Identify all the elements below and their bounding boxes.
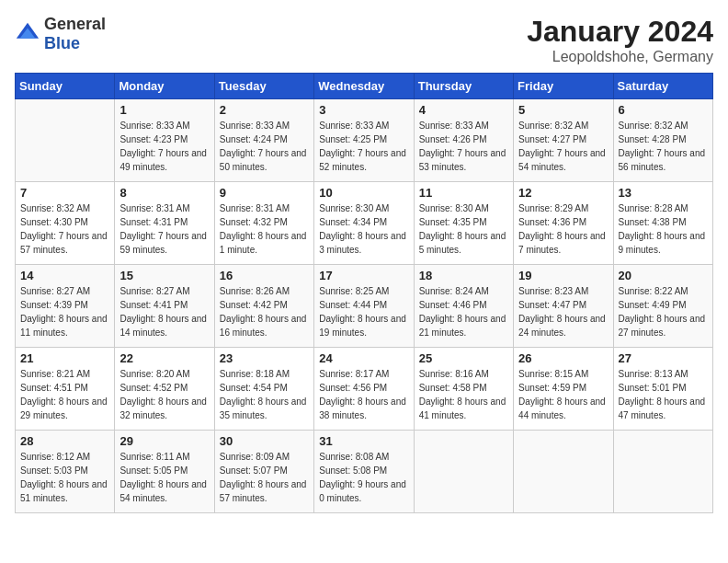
calendar-cell: 1Sunrise: 8:33 AMSunset: 4:23 PMDaylight… [115,99,214,182]
logo-general: General [44,15,106,33]
weekday-header-tuesday: Tuesday [214,74,313,99]
day-info: Sunrise: 8:17 AMSunset: 4:56 PMDaylight:… [319,367,408,422]
calendar-header: SundayMondayTuesdayWednesdayThursdayFrid… [16,74,713,99]
week-row-5: 28Sunrise: 8:12 AMSunset: 5:03 PMDayligh… [16,431,713,513]
logo-blue: Blue [44,34,80,52]
day-info: Sunrise: 8:31 AMSunset: 4:32 PMDaylight:… [220,201,309,257]
calendar-table: SundayMondayTuesdayWednesdayThursdayFrid… [15,73,713,513]
calendar-cell: 28Sunrise: 8:12 AMSunset: 5:03 PMDayligh… [16,431,115,513]
day-number: 14 [20,269,109,282]
day-info: Sunrise: 8:28 AMSunset: 4:38 PMDaylight:… [619,201,708,257]
day-info: Sunrise: 8:32 AMSunset: 4:27 PMDaylight:… [518,119,608,174]
calendar-cell: 21Sunrise: 8:21 AMSunset: 4:51 PMDayligh… [16,348,115,431]
day-number: 18 [419,269,508,282]
weekday-header-thursday: Thursday [414,74,513,99]
weekday-header-monday: Monday [115,74,214,99]
title-block: January 2024 Leopoldshohe, Germany [527,15,713,65]
weekday-header-saturday: Saturday [613,74,712,99]
calendar-cell: 19Sunrise: 8:23 AMSunset: 4:47 PMDayligh… [514,265,613,348]
month-title: January 2024 [527,15,713,49]
day-info: Sunrise: 8:30 AMSunset: 4:35 PMDaylight:… [419,201,508,257]
logo-text: General Blue [44,15,106,53]
day-number: 28 [20,434,109,448]
day-number: 21 [20,351,109,365]
day-number: 29 [119,434,209,448]
calendar-cell: 9Sunrise: 8:31 AMSunset: 4:32 PMDaylight… [214,182,313,265]
calendar-cell [16,99,115,182]
day-info: Sunrise: 8:32 AMSunset: 4:28 PMDaylight:… [619,119,708,174]
day-number: 30 [220,434,309,448]
calendar-cell: 3Sunrise: 8:33 AMSunset: 4:25 PMDaylight… [314,99,414,182]
calendar-cell [613,431,712,513]
day-number: 8 [119,186,209,200]
day-info: Sunrise: 8:18 AMSunset: 4:54 PMDaylight:… [220,367,309,422]
day-info: Sunrise: 8:27 AMSunset: 4:41 PMDaylight:… [119,284,209,339]
day-number: 2 [220,103,309,117]
day-number: 25 [419,351,508,365]
calendar-cell: 10Sunrise: 8:30 AMSunset: 4:34 PMDayligh… [314,182,414,265]
calendar-cell: 14Sunrise: 8:27 AMSunset: 4:39 PMDayligh… [16,265,115,348]
calendar-cell: 4Sunrise: 8:33 AMSunset: 4:26 PMDaylight… [414,99,513,182]
calendar-cell: 16Sunrise: 8:26 AMSunset: 4:42 PMDayligh… [214,265,313,348]
day-number: 10 [319,186,408,200]
weekday-header-friday: Friday [514,74,613,99]
calendar-cell: 24Sunrise: 8:17 AMSunset: 4:56 PMDayligh… [314,348,414,431]
day-number: 1 [119,103,209,117]
calendar-cell [514,431,613,513]
day-number: 24 [319,351,408,365]
day-info: Sunrise: 8:27 AMSunset: 4:39 PMDaylight:… [20,284,109,339]
day-number: 13 [619,186,708,200]
day-info: Sunrise: 8:24 AMSunset: 4:46 PMDaylight:… [419,284,508,339]
day-number: 4 [419,103,508,117]
calendar-cell: 13Sunrise: 8:28 AMSunset: 4:38 PMDayligh… [613,182,712,265]
calendar-cell: 6Sunrise: 8:32 AMSunset: 4:28 PMDaylight… [613,99,712,182]
page-header: General Blue January 2024 Leopoldshohe, … [15,15,713,65]
day-number: 20 [619,269,708,282]
weekday-header-wednesday: Wednesday [314,74,414,99]
day-number: 7 [20,186,109,200]
day-info: Sunrise: 8:33 AMSunset: 4:26 PMDaylight:… [419,119,508,174]
location-title: Leopoldshohe, Germany [527,49,713,65]
day-info: Sunrise: 8:25 AMSunset: 4:44 PMDaylight:… [319,284,408,339]
calendar-cell: 5Sunrise: 8:32 AMSunset: 4:27 PMDaylight… [514,99,613,182]
day-info: Sunrise: 8:20 AMSunset: 4:52 PMDaylight:… [119,367,209,422]
day-number: 3 [319,103,408,117]
weekday-header-row: SundayMondayTuesdayWednesdayThursdayFrid… [16,74,713,99]
calendar-cell: 17Sunrise: 8:25 AMSunset: 4:44 PMDayligh… [314,265,414,348]
calendar-cell: 12Sunrise: 8:29 AMSunset: 4:36 PMDayligh… [514,182,613,265]
day-info: Sunrise: 8:12 AMSunset: 5:03 PMDaylight:… [20,450,109,505]
day-info: Sunrise: 8:31 AMSunset: 4:31 PMDaylight:… [119,201,209,257]
calendar-cell: 11Sunrise: 8:30 AMSunset: 4:35 PMDayligh… [414,182,513,265]
calendar-cell: 31Sunrise: 8:08 AMSunset: 5:08 PMDayligh… [314,431,414,513]
day-info: Sunrise: 8:16 AMSunset: 4:58 PMDaylight:… [419,367,508,422]
logo: General Blue [15,15,106,53]
day-number: 17 [319,269,408,282]
calendar-cell: 15Sunrise: 8:27 AMSunset: 4:41 PMDayligh… [115,265,214,348]
calendar-cell: 30Sunrise: 8:09 AMSunset: 5:07 PMDayligh… [214,431,313,513]
day-info: Sunrise: 8:09 AMSunset: 5:07 PMDaylight:… [220,450,309,505]
day-number: 31 [319,434,408,448]
day-info: Sunrise: 8:08 AMSunset: 5:08 PMDaylight:… [319,450,408,505]
day-info: Sunrise: 8:11 AMSunset: 5:05 PMDaylight:… [119,450,209,505]
day-info: Sunrise: 8:30 AMSunset: 4:34 PMDaylight:… [319,201,408,257]
day-info: Sunrise: 8:32 AMSunset: 4:30 PMDaylight:… [20,201,109,257]
day-info: Sunrise: 8:33 AMSunset: 4:23 PMDaylight:… [119,119,209,174]
day-number: 11 [419,186,508,200]
day-number: 19 [518,269,608,282]
day-number: 26 [518,351,608,365]
day-info: Sunrise: 8:26 AMSunset: 4:42 PMDaylight:… [220,284,309,339]
day-info: Sunrise: 8:29 AMSunset: 4:36 PMDaylight:… [518,201,608,257]
day-info: Sunrise: 8:21 AMSunset: 4:51 PMDaylight:… [20,367,109,422]
calendar-cell [414,431,513,513]
day-info: Sunrise: 8:23 AMSunset: 4:47 PMDaylight:… [518,284,608,339]
calendar-cell: 29Sunrise: 8:11 AMSunset: 5:05 PMDayligh… [115,431,214,513]
day-info: Sunrise: 8:13 AMSunset: 5:01 PMDaylight:… [619,367,708,422]
calendar-cell: 18Sunrise: 8:24 AMSunset: 4:46 PMDayligh… [414,265,513,348]
calendar-cell: 27Sunrise: 8:13 AMSunset: 5:01 PMDayligh… [613,348,712,431]
calendar-cell: 20Sunrise: 8:22 AMSunset: 4:49 PMDayligh… [613,265,712,348]
calendar-cell: 23Sunrise: 8:18 AMSunset: 4:54 PMDayligh… [214,348,313,431]
day-info: Sunrise: 8:22 AMSunset: 4:49 PMDaylight:… [619,284,708,339]
calendar-cell: 25Sunrise: 8:16 AMSunset: 4:58 PMDayligh… [414,348,513,431]
week-row-2: 7Sunrise: 8:32 AMSunset: 4:30 PMDaylight… [16,182,713,265]
day-number: 16 [220,269,309,282]
